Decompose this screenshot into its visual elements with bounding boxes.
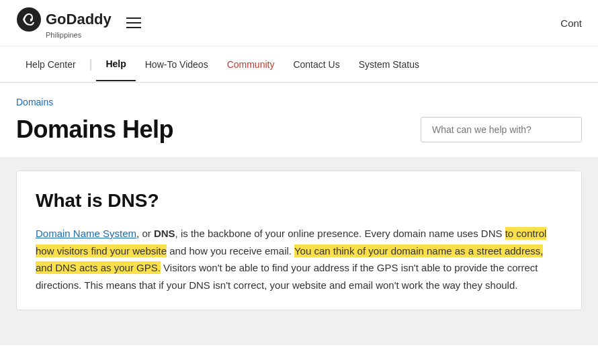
- header-left: GoDaddy Philippines: [16, 7, 144, 39]
- article-paragraph: Domain Name System, or DNS, is the backb…: [36, 225, 562, 293]
- logo[interactable]: GoDaddy: [16, 7, 112, 32]
- logo-area: GoDaddy Philippines: [16, 7, 112, 39]
- nav-item-contact-us[interactable]: Contact Us: [284, 48, 349, 81]
- article-card: What is DNS? Domain Name System, or DNS,…: [16, 171, 582, 310]
- nav-item-community[interactable]: Community: [218, 48, 284, 81]
- hamburger-line-2: [126, 22, 141, 24]
- nav-bar: Help Center | Help How-To Videos Communi…: [0, 46, 598, 83]
- nav-item-help[interactable]: Help: [96, 48, 135, 81]
- nav-separator: |: [85, 46, 97, 82]
- breadcrumb-area: Domains: [0, 83, 598, 107]
- page-title-row: Domains Help: [0, 107, 598, 157]
- logo-subtitle: Philippines: [46, 31, 81, 39]
- logo-text: GoDaddy: [46, 11, 112, 28]
- dns-bold: DNS: [154, 228, 175, 239]
- article-title: What is DNS?: [36, 190, 562, 212]
- search-input[interactable]: [421, 117, 582, 142]
- svg-point-0: [17, 7, 41, 32]
- hamburger-line-1: [126, 17, 141, 19]
- header-right-text: Cont: [560, 17, 582, 29]
- dns-link[interactable]: Domain Name System: [36, 228, 136, 239]
- hamburger-menu-button[interactable]: [124, 15, 144, 31]
- header: GoDaddy Philippines Cont: [0, 0, 598, 46]
- article-body: Domain Name System, or DNS, is the backb…: [36, 225, 562, 293]
- nav-item-help-center[interactable]: Help Center: [16, 48, 85, 81]
- nav-item-how-to-videos[interactable]: How-To Videos: [136, 48, 218, 81]
- breadcrumb-link[interactable]: Domains: [16, 97, 53, 107]
- content-area: What is DNS? Domain Name System, or DNS,…: [0, 157, 598, 345]
- hamburger-line-3: [126, 27, 141, 28]
- page-title: Domains Help: [16, 116, 173, 144]
- godaddy-logo-icon: [16, 7, 42, 32]
- nav-item-system-status[interactable]: System Status: [349, 48, 429, 81]
